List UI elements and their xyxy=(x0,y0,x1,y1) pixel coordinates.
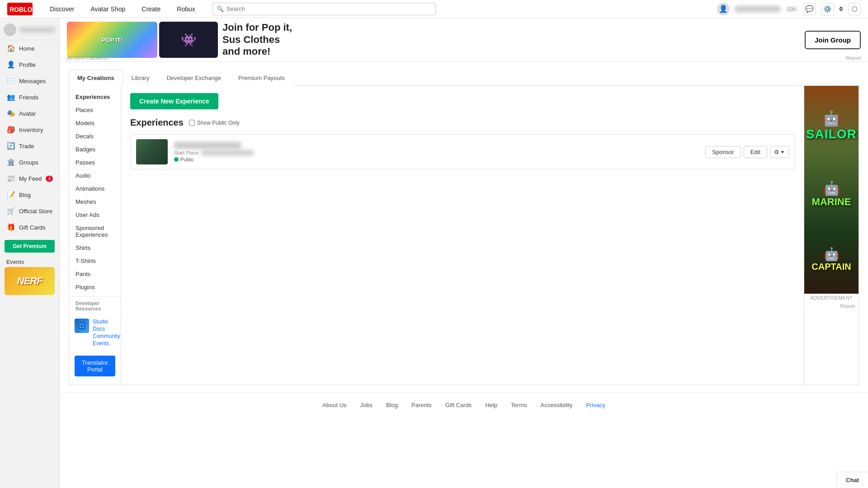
marine-text: MARINE xyxy=(812,196,851,208)
sidenav-experiences[interactable]: Experiences xyxy=(69,90,121,103)
pop-it-image: POP IT! xyxy=(67,22,157,58)
groups-icon: 🏛️ xyxy=(6,158,15,166)
experience-info: ██████████'s Place Start Place: ████████… xyxy=(174,142,699,162)
search-icon: 🔍 xyxy=(217,5,224,12)
footer-blog[interactable]: Blog xyxy=(386,402,398,408)
sidenav-shirts[interactable]: Shirts xyxy=(69,241,121,254)
experience-start-place: Start Place: ██████████'s Place xyxy=(174,150,699,155)
settings-icon-btn[interactable]: ⚙️ xyxy=(821,3,834,15)
edit-button[interactable]: Edit xyxy=(744,146,767,158)
footer-jobs[interactable]: Jobs xyxy=(360,402,373,408)
ad-banner: POP IT! 👾 Join for Pop it, Sus Clothes a… xyxy=(60,18,868,62)
events-nerf-banner[interactable]: NERF xyxy=(5,267,55,295)
experience-thumbnail xyxy=(136,139,168,164)
topnav-robux[interactable]: Robux xyxy=(169,0,203,18)
tab-premium-payouts[interactable]: Premium Payouts xyxy=(230,70,293,86)
sidebar-item-profile[interactable]: 👤 Profile xyxy=(0,56,59,73)
tab-library[interactable]: Library xyxy=(123,70,158,86)
get-premium-button[interactable]: Get Premium xyxy=(5,240,55,253)
sidebar-label-trade: Trade xyxy=(19,143,34,150)
topnav-avatar-shop[interactable]: Avatar Shop xyxy=(82,0,133,18)
sidenav-passes[interactable]: Passes xyxy=(69,156,121,169)
sidenav-audio[interactable]: Audio xyxy=(69,169,121,182)
create-main-panel: Create New Experience Experiences Show P… xyxy=(121,86,804,385)
sponsor-button[interactable]: Sponsor xyxy=(705,146,741,158)
sidebar-item-friends[interactable]: 👥 Friends xyxy=(0,89,59,105)
sidebar-item-inventory[interactable]: 🎒 Inventory xyxy=(0,122,59,138)
robux-count: 0 xyxy=(840,5,843,12)
tab-my-creations[interactable]: My Creations xyxy=(69,70,123,86)
search-input[interactable] xyxy=(226,5,432,12)
create-new-experience-button[interactable]: Create New Experience xyxy=(130,93,218,109)
footer-gift-cards[interactable]: Gift Cards xyxy=(445,402,472,408)
sidebar-item-home[interactable]: 🏠 Home xyxy=(0,40,59,56)
sidenav-meshes[interactable]: Meshes xyxy=(69,195,121,208)
start-place-link[interactable]: ██████████'s Place xyxy=(201,150,254,155)
right-ad-report-link[interactable]: Report xyxy=(804,302,859,310)
footer-parents[interactable]: Parents xyxy=(411,402,432,408)
sidebar-username: ██████████ xyxy=(20,27,55,33)
chat-icon-btn[interactable]: 💬 xyxy=(803,3,816,15)
sidenav-models[interactable]: Models xyxy=(69,117,121,130)
topnav-links: Discover Avatar Shop Create Robux xyxy=(42,0,203,18)
sidebar: ██████████ 🏠 Home 👤 Profile ✉️ Messages … xyxy=(0,18,60,488)
content-area: My Creations Library Developer Exchange … xyxy=(60,62,868,392)
sidebar-item-avatar[interactable]: 🎭 Avatar xyxy=(0,105,59,122)
tab-developer-exchange[interactable]: Developer Exchange xyxy=(158,70,230,86)
messages-icon: ✉️ xyxy=(6,77,15,85)
footer-help[interactable]: Help xyxy=(485,402,497,408)
official-store-icon: 🛒 xyxy=(6,207,15,215)
community-link[interactable]: Community xyxy=(93,333,120,339)
sidebar-item-gift-cards[interactable]: 🎁 Gift Cards xyxy=(0,219,59,235)
topnav-create[interactable]: Create xyxy=(133,0,169,18)
age-badge: 13+ xyxy=(786,6,798,12)
sidenav-tshirts[interactable]: T-Shirts xyxy=(69,254,121,267)
footer-terms[interactable]: Terms xyxy=(511,402,527,408)
sidebar-label-groups: Groups xyxy=(19,159,38,166)
sidebar-avatar xyxy=(4,23,16,36)
experience-actions: Sponsor Edit ⚙ ▼ xyxy=(705,146,789,158)
sidenav-badges[interactable]: Badges xyxy=(69,143,121,156)
translator-portal-button[interactable]: Translator Portal xyxy=(75,356,115,376)
sidebar-item-blog[interactable]: 📝 Blog xyxy=(0,187,59,203)
myfeed-badge: 4 xyxy=(46,176,53,182)
topnav-right: 👤 @ ██████████ 13+ 💬 ⚙️ 0 ⬡ xyxy=(717,3,861,15)
sidenav-sponsored-experiences[interactable]: Sponsored Experiences xyxy=(69,221,121,241)
ad-report-link[interactable]: Report xyxy=(846,55,861,61)
right-ad-panel: 🤖 SAILOR 🤖 MARINE 🤖 CAPTAIN ADVERTISEMEN… xyxy=(804,86,859,385)
sidebar-item-groups[interactable]: 🏛️ Groups xyxy=(0,154,59,170)
docs-link[interactable]: Docs xyxy=(93,326,120,332)
sidenav-animations[interactable]: Animations xyxy=(69,182,121,195)
topnav-discover[interactable]: Discover xyxy=(42,0,82,18)
roblox-logo[interactable]: ROBLOX xyxy=(7,3,33,15)
join-group-button[interactable]: Join Group xyxy=(805,31,861,49)
events-link[interactable]: Events xyxy=(93,340,120,347)
footer-privacy[interactable]: Privacy xyxy=(586,402,605,408)
captain-text: CAPTAIN xyxy=(811,262,851,272)
studio-link[interactable]: Studio xyxy=(93,319,120,325)
show-public-only-checkbox[interactable] xyxy=(189,120,195,126)
sidenav-plugins[interactable]: Plugins xyxy=(69,281,121,294)
experience-settings-button[interactable]: ⚙ ▼ xyxy=(770,146,789,158)
sidebar-item-official-store[interactable]: 🛒 Official Store xyxy=(0,203,59,219)
dev-resource-block: Studio Docs Community Events xyxy=(75,317,115,348)
chat-button[interactable]: Chat xyxy=(836,472,868,488)
robux-icon[interactable]: ⬡ xyxy=(848,3,861,15)
sidebar-item-messages[interactable]: ✉️ Messages xyxy=(0,73,59,89)
sidenav-user-ads[interactable]: User Ads xyxy=(69,208,121,221)
myfeed-icon: 📰 xyxy=(6,174,15,183)
user-avatar[interactable]: 👤 xyxy=(717,3,730,15)
show-public-only-label[interactable]: Show Public Only xyxy=(189,120,240,126)
sailor-text: SAILOR xyxy=(806,127,857,141)
experience-name-link[interactable]: ██████████'s Place xyxy=(174,142,241,149)
sidebar-item-trade[interactable]: 🔄 Trade xyxy=(0,138,59,154)
sidenav-places[interactable]: Places xyxy=(69,103,121,117)
sidebar-label-gift-cards: Gift Cards xyxy=(19,224,46,231)
sidenav-decals[interactable]: Decals xyxy=(69,130,121,143)
footer-accessibility[interactable]: Accessibility xyxy=(541,402,573,408)
topnav: ROBLOX Discover Avatar Shop Create Robux… xyxy=(0,0,868,18)
sidenav-pants[interactable]: Pants xyxy=(69,267,121,281)
ad-text-block: Join for Pop it, Sus Clothes and more! xyxy=(222,22,292,57)
sidebar-item-myfeed[interactable]: 📰 My Feed 4 xyxy=(0,170,59,187)
footer-about-us[interactable]: About Us xyxy=(322,402,346,408)
